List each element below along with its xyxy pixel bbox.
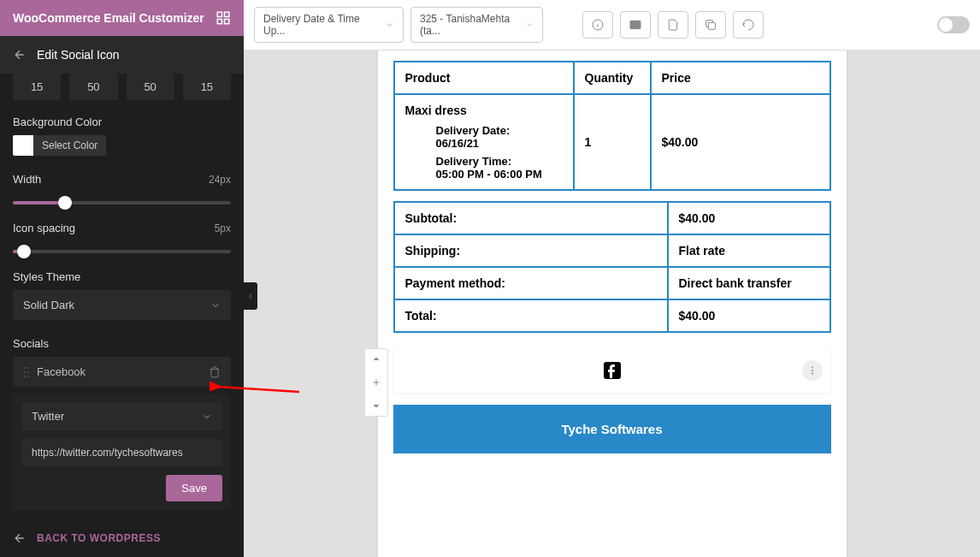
width-field: Width 24px xyxy=(13,173,231,204)
spacing-field: Icon spacing 5px xyxy=(13,222,231,253)
chevron-down-icon xyxy=(210,300,221,311)
save-button[interactable]: Save xyxy=(166,475,222,501)
svg-rect-3 xyxy=(225,20,229,24)
drag-icon xyxy=(23,366,30,378)
col-quantity: Quantity xyxy=(574,62,651,94)
add-button[interactable] xyxy=(365,371,387,394)
panel-title-bar[interactable]: Edit Social Icon xyxy=(0,36,244,74)
facebook-icon xyxy=(602,360,623,381)
svg-point-8 xyxy=(24,376,26,377)
chevron-down-icon xyxy=(202,412,212,422)
svg-point-15 xyxy=(812,370,813,371)
spacing-slider[interactable] xyxy=(13,250,231,253)
sidebar-body: 15 50 50 15 Background Color Select Colo… xyxy=(0,74,244,519)
panel-title: Edit Social Icon xyxy=(37,48,120,62)
collapse-handle[interactable] xyxy=(244,282,257,310)
back-to-wordpress[interactable]: BACK TO WORDPRESS xyxy=(0,519,244,557)
col-price: Price xyxy=(651,62,830,94)
order-totals-table: Subtotal:$40.00 Shipping:Flat rate Payme… xyxy=(393,201,831,333)
padding-right[interactable]: 50 xyxy=(69,74,117,100)
width-slider[interactable] xyxy=(13,201,231,204)
copy-button[interactable] xyxy=(695,11,726,39)
theme-label: Styles Theme xyxy=(13,270,231,283)
svg-rect-0 xyxy=(217,12,221,16)
sidebar: WooCommerce Email Customizer Edit Social… xyxy=(0,0,244,557)
chevron-down-icon xyxy=(385,20,394,30)
spacing-value: 5px xyxy=(215,222,231,234)
chevron-down-icon xyxy=(525,20,534,30)
theme-select[interactable]: Solid Dark xyxy=(13,290,231,320)
back-arrow-icon xyxy=(13,531,27,545)
topbar: Delivery Date & Time Up... 325 - Tanisha… xyxy=(244,0,980,50)
social-edit-panel: Twitter Save xyxy=(13,394,231,510)
col-product: Product xyxy=(394,62,574,94)
social-url-input[interactable] xyxy=(21,439,222,466)
svg-point-5 xyxy=(27,367,29,369)
order-heading: [Order #325] (29/06/2021) xyxy=(378,50,847,54)
svg-point-4 xyxy=(24,367,26,369)
padding-bottom[interactable]: 50 xyxy=(127,74,174,100)
select-color-button[interactable]: Select Color xyxy=(33,135,106,156)
move-down-button[interactable] xyxy=(365,394,387,416)
svg-rect-2 xyxy=(217,20,221,24)
spacing-label: Icon spacing xyxy=(13,222,75,234)
move-up-button[interactable] xyxy=(365,349,387,371)
section-tools xyxy=(364,348,388,417)
table-row: Subtotal:$40.00 xyxy=(394,202,830,234)
socials-field: Socials Facebook Twitter Save xyxy=(13,337,231,510)
sidebar-header: WooCommerce Email Customizer xyxy=(0,0,244,36)
grid-icon[interactable] xyxy=(215,10,231,26)
social-platform-select[interactable]: Twitter xyxy=(21,402,222,430)
bg-color-field: Background Color Select Color xyxy=(13,116,231,156)
file-button[interactable] xyxy=(658,11,688,39)
padding-left[interactable]: 15 xyxy=(183,74,231,100)
bg-color-label: Background Color xyxy=(13,116,231,128)
trash-icon[interactable] xyxy=(209,366,221,378)
table-row: Total:$40.00 xyxy=(394,299,830,332)
email-footer: Tyche Softwares xyxy=(393,405,831,453)
padding-inputs: 15 50 50 15 xyxy=(13,74,231,100)
svg-point-14 xyxy=(812,367,813,369)
color-swatch[interactable] xyxy=(13,135,33,156)
svg-point-16 xyxy=(812,373,813,375)
info-button[interactable] xyxy=(582,11,613,39)
socials-label: Socials xyxy=(13,337,231,350)
table-row: Maxi dress Delivery Date: 06/16/21 Deliv… xyxy=(394,94,830,190)
social-item-facebook[interactable]: Facebook xyxy=(13,357,231,387)
main: Delivery Date & Time Up... 325 - Tanisha… xyxy=(244,0,980,557)
svg-point-7 xyxy=(27,371,29,373)
width-label: Width xyxy=(13,173,41,186)
preview-toggle[interactable] xyxy=(937,16,970,33)
email-type-select[interactable]: Delivery Date & Time Up... xyxy=(254,7,404,43)
app-title: WooCommerce Email Customizer xyxy=(13,11,204,25)
preview-canvas[interactable]: [Order #325] (29/06/2021) Product Quanti… xyxy=(244,50,980,557)
svg-point-6 xyxy=(24,371,26,373)
svg-point-9 xyxy=(27,376,29,377)
order-select[interactable]: 325 - TanishaMehta (ta... xyxy=(410,7,543,43)
svg-rect-12 xyxy=(708,22,715,29)
svg-rect-1 xyxy=(225,12,229,16)
email-button[interactable] xyxy=(620,11,651,39)
slider-thumb[interactable] xyxy=(58,196,72,210)
order-items-table: Product Quantity Price Maxi dress Delive… xyxy=(393,61,831,191)
slider-thumb[interactable] xyxy=(17,245,31,258)
social-section[interactable] xyxy=(393,348,831,393)
email-preview: [Order #325] (29/06/2021) Product Quanti… xyxy=(378,50,847,557)
undo-button[interactable] xyxy=(733,11,764,39)
padding-top[interactable]: 15 xyxy=(13,74,61,100)
table-row: Shipping:Flat rate xyxy=(394,234,830,267)
table-row: Payment method:Direct bank transfer xyxy=(394,267,830,299)
theme-field: Styles Theme Solid Dark xyxy=(13,270,231,320)
back-arrow-icon xyxy=(13,48,27,62)
section-menu-button[interactable] xyxy=(802,360,823,381)
width-value: 24px xyxy=(209,174,231,186)
